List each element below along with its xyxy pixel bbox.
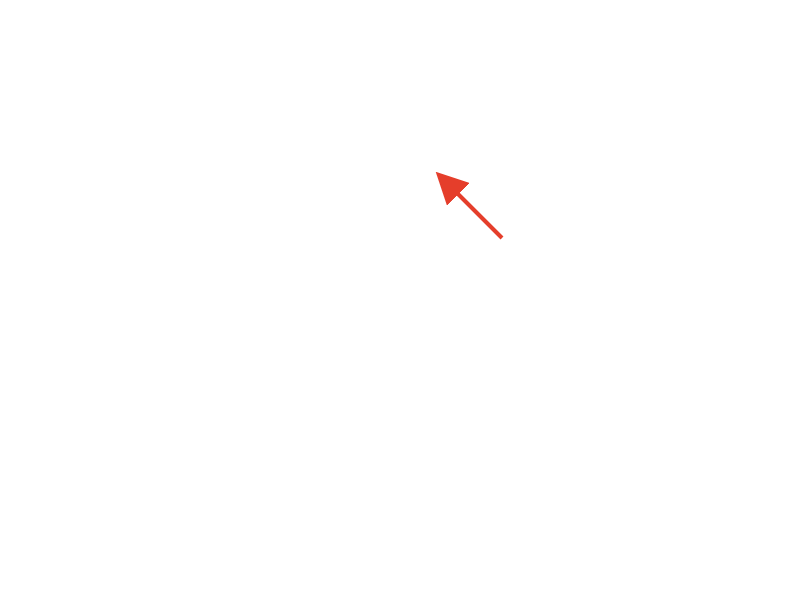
arrow-indicator bbox=[432, 168, 522, 258]
svg-line-1 bbox=[447, 183, 502, 238]
